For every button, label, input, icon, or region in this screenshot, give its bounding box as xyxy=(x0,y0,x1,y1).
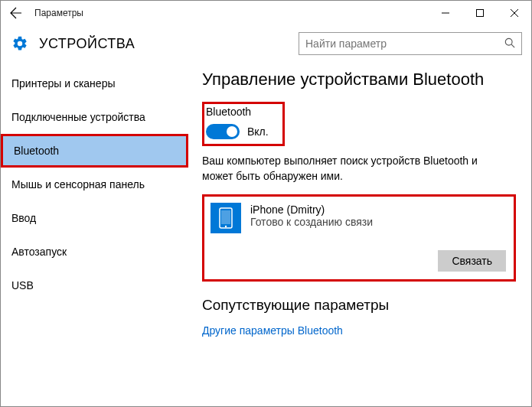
sidebar-item-label: USB xyxy=(11,279,34,291)
sidebar-item-typing[interactable]: Ввод xyxy=(1,201,188,235)
sidebar-item-label: Bluetooth xyxy=(14,145,59,157)
window-title: Параметры xyxy=(31,8,83,18)
sidebar-item-label: Ввод xyxy=(11,212,36,224)
close-button[interactable] xyxy=(497,1,531,25)
related-heading: Сопутствующие параметры xyxy=(202,297,516,314)
bluetooth-toggle-section: Bluetooth Вкл. xyxy=(202,102,285,146)
toggle-state: Вкл. xyxy=(247,125,269,138)
gear-icon xyxy=(11,35,28,52)
svg-point-1 xyxy=(505,38,512,45)
main-panel: Управление устройствами Bluetooth Blueto… xyxy=(188,62,531,406)
sidebar-item-bluetooth[interactable]: Bluetooth xyxy=(1,134,188,168)
header-title: УСТРОЙСТВА xyxy=(39,36,135,52)
minimize-button[interactable] xyxy=(428,1,462,25)
sidebar-item-label: Принтеры и сканеры xyxy=(11,77,115,90)
arrow-left-icon xyxy=(10,7,22,19)
page-heading: Управление устройствами Bluetooth xyxy=(202,70,516,90)
sidebar-item-label: Подключенные устройства xyxy=(11,111,145,123)
sidebar-item-mouse-touchpad[interactable]: Мышь и сенсорная панель xyxy=(1,168,188,201)
bluetooth-toggle[interactable] xyxy=(206,124,240,139)
pair-button[interactable]: Связать xyxy=(438,250,506,272)
sidebar-item-label: Мышь и сенсорная панель xyxy=(11,178,145,190)
svg-rect-0 xyxy=(476,10,483,17)
sidebar-item-autoplay[interactable]: Автозапуск xyxy=(1,235,188,269)
other-bluetooth-settings-link[interactable]: Другие параметры Bluetooth xyxy=(202,324,516,337)
toggle-knob xyxy=(227,126,237,137)
header: УСТРОЙСТВА xyxy=(1,25,531,62)
maximize-icon xyxy=(476,9,484,17)
toggle-label: Bluetooth xyxy=(206,106,269,118)
device-name: iPhone (Dmitry) xyxy=(250,204,373,216)
sidebar: Принтеры и сканеры Подключенные устройст… xyxy=(1,62,188,406)
content: Принтеры и сканеры Подключенные устройст… xyxy=(1,62,531,406)
window-controls xyxy=(428,1,531,25)
search-icon xyxy=(504,37,515,50)
search-input[interactable] xyxy=(305,37,504,50)
sidebar-item-printers[interactable]: Принтеры и сканеры xyxy=(1,67,188,100)
sidebar-item-usb[interactable]: USB xyxy=(1,269,188,302)
maximize-button[interactable] xyxy=(462,1,497,25)
search-box[interactable] xyxy=(299,32,522,55)
titlebar: Параметры xyxy=(1,1,531,25)
svg-rect-3 xyxy=(221,210,230,224)
close-icon xyxy=(511,9,518,17)
status-text: Ваш компьютер выполняет поиск устройств … xyxy=(202,154,508,184)
sidebar-item-connected-devices[interactable]: Подключенные устройства xyxy=(1,100,188,134)
minimize-icon xyxy=(442,9,449,17)
svg-point-4 xyxy=(225,226,227,227)
sidebar-item-label: Автозапуск xyxy=(11,246,67,258)
device-status: Готово к созданию связи xyxy=(250,216,373,228)
phone-icon xyxy=(211,203,241,233)
device-card[interactable]: iPhone (Dmitry) Готово к созданию связи … xyxy=(202,194,516,282)
back-button[interactable] xyxy=(1,1,31,25)
